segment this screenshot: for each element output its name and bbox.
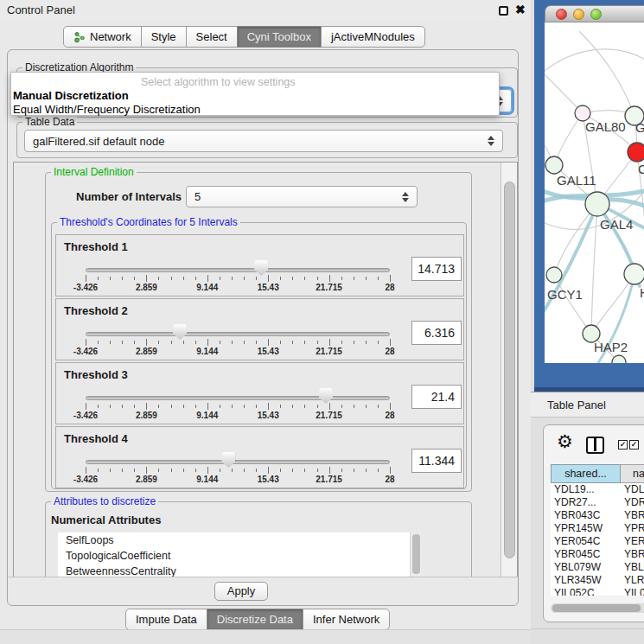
tick-mark: [110, 469, 111, 472]
network-node[interactable]: [612, 355, 626, 363]
popup-option-equal-width-frequency[interactable]: Equal Width/Frequency Discretization: [13, 103, 201, 116]
tick-mark: [354, 341, 354, 344]
list-scrollbar-thumb[interactable]: [412, 534, 420, 574]
horizontal-scrollbar-thumb[interactable]: [552, 604, 641, 612]
combo-stepper-icon[interactable]: [488, 131, 496, 151]
tick-label: 15.43: [258, 283, 279, 292]
table-row[interactable]: YPR145WYPR1: [551, 522, 644, 535]
popup-option-manual-discretization[interactable]: Manual Discretization: [13, 89, 129, 102]
checkbox-checked-icon[interactable]: ✓: [618, 440, 628, 450]
horizontal-scrollbar[interactable]: [551, 603, 644, 613]
table-row[interactable]: YBR045CYBR0: [551, 548, 644, 561]
network-node-gal11[interactable]: [545, 156, 563, 174]
table-panel-header: Table Panel: [531, 392, 644, 418]
network-edge-weighted[interactable]: [545, 204, 597, 321]
tick-mark: [341, 277, 342, 280]
network-edge[interactable]: [545, 49, 644, 74]
cell-name: YPR1: [624, 522, 644, 535]
tick-mark: [232, 341, 233, 344]
slider-thumb-icon[interactable]: [221, 452, 235, 468]
combo-stepper-icon[interactable]: [402, 187, 411, 207]
tab-network[interactable]: Network: [63, 26, 142, 48]
tab-select[interactable]: Select: [186, 26, 238, 48]
table-row[interactable]: YLR345WYLR3: [551, 574, 644, 587]
column-header-name[interactable]: na: [621, 464, 644, 483]
tab-cyni-toolbox[interactable]: Cyni Toolbox: [237, 26, 322, 48]
table-data-combo[interactable]: galFiltered.sif default node: [24, 130, 503, 152]
threshold-value-field[interactable]: 14.713: [411, 257, 462, 281]
slider-track[interactable]: [86, 396, 390, 400]
minimize-traffic-icon[interactable]: [573, 9, 584, 20]
group-title: Interval Definition: [51, 166, 137, 178]
tick-label: 2.859: [136, 347, 157, 356]
network-graph[interactable]: GAL80GACGAL11GAL4GCY1HHAP2: [545, 22, 644, 363]
close-traffic-icon[interactable]: [556, 9, 567, 20]
network-node-gcy1[interactable]: [546, 267, 562, 283]
apply-button[interactable]: Apply: [214, 582, 268, 601]
tick-label: 28: [385, 283, 394, 292]
tick-mark: [292, 469, 293, 472]
tick-mark: [171, 341, 172, 344]
attribute-item-betweennesscentrality[interactable]: BetweennessCentrality: [58, 564, 421, 577]
settings-scroll-viewport: Interval Definition Number of Intervals …: [13, 162, 518, 577]
list-scrollbar[interactable]: [410, 532, 421, 577]
tab-jactivemnodules[interactable]: jActiveMNodules: [321, 26, 425, 48]
network-node-h[interactable]: [624, 264, 644, 284]
vertical-scrollbar-thumb[interactable]: [504, 182, 515, 558]
attribute-item-topologicalcoefficient[interactable]: TopologicalCoefficient: [58, 548, 421, 564]
tab-style[interactable]: Style: [141, 26, 187, 48]
table-row[interactable]: YER054CYER0: [551, 535, 644, 548]
tick-mark: [366, 341, 367, 344]
tab-impute-data[interactable]: Impute Data: [125, 609, 207, 630]
tab-discretize-data[interactable]: Discretize Data: [207, 609, 303, 630]
node-label: H: [640, 285, 644, 300]
zoom-traffic-icon[interactable]: [590, 9, 602, 20]
checkbox-checked-icon[interactable]: ✓: [629, 440, 639, 450]
float-window-icon[interactable]: [499, 6, 508, 16]
gear-icon[interactable]: ⚙: [557, 432, 573, 451]
number-of-intervals-combo[interactable]: 5: [186, 186, 418, 207]
slider-track[interactable]: [86, 460, 390, 464]
tick-label: 2.859: [136, 475, 157, 484]
slider-thumb-icon[interactable]: [173, 324, 187, 340]
network-edge[interactable]: [545, 66, 583, 113]
tick-mark: [122, 469, 123, 472]
network-edge[interactable]: [591, 274, 634, 334]
network-edge[interactable]: [579, 31, 634, 116]
table-row[interactable]: YDL19...YDL1: [551, 483, 644, 496]
slider-thumb-icon[interactable]: [319, 388, 333, 404]
tick-mark: [134, 469, 135, 472]
attribute-item-selfloops[interactable]: SelfLoops: [58, 532, 421, 548]
close-icon[interactable]: ✖: [515, 3, 526, 16]
numerical-attributes-list[interactable]: SelfLoopsTopologicalCoefficientBetweenne…: [58, 532, 421, 577]
network-node-c[interactable]: [628, 143, 644, 162]
tick-mark: [98, 277, 99, 280]
tick-mark: [280, 277, 281, 280]
table-row[interactable]: YDR27...YDR2: [551, 496, 644, 509]
control-panel-window: Control Panel ✖ NetworkStyleSelectCyni T…: [0, 0, 531, 644]
threshold-value-field[interactable]: 21.4: [411, 385, 462, 409]
tick-mark: [146, 339, 147, 346]
slider-track[interactable]: [86, 268, 390, 272]
threshold-value-field[interactable]: 6.316: [411, 321, 462, 345]
split-column-icon[interactable]: [586, 437, 604, 454]
network-edge[interactable]: [591, 204, 597, 334]
tick-mark: [256, 405, 257, 408]
tab-infer-network[interactable]: Infer Network: [303, 609, 390, 630]
column-header-shared[interactable]: shared...: [551, 464, 621, 483]
slider-track[interactable]: [86, 332, 390, 336]
vertical-scrollbar[interactable]: [501, 163, 518, 577]
tick-mark: [256, 277, 257, 280]
table-row[interactable]: YBL079WYBL0: [551, 561, 644, 574]
tick-label: 28: [385, 411, 394, 420]
node-label: GA: [635, 120, 644, 135]
threshold-value-field[interactable]: 11.344: [411, 449, 462, 473]
network-canvas[interactable]: GAL80GACGAL11GAL4GCY1HHAP2: [545, 22, 644, 363]
table-row[interactable]: YBR043CYBR0: [551, 509, 644, 522]
table-row[interactable]: YIL052CYIL0: [551, 587, 644, 596]
tick-mark: [268, 403, 269, 410]
tick-mark: [195, 341, 196, 344]
network-node-gal4[interactable]: [585, 192, 609, 216]
tick-label: 2.859: [136, 411, 157, 420]
slider-thumb-icon[interactable]: [254, 260, 268, 276]
